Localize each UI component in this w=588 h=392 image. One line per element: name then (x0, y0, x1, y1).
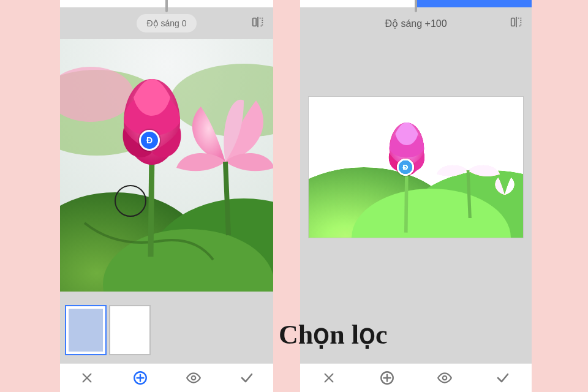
marker-label: Đ (402, 163, 407, 171)
thumbnail-empty[interactable] (109, 305, 151, 355)
svg-line-9 (225, 162, 228, 235)
svg-line-28 (406, 168, 407, 232)
svg-rect-0 (253, 18, 257, 26)
brightness-slider[interactable] (300, 0, 532, 7)
comparison-stage: Độ sáng 0 (0, 0, 588, 392)
overlay-caption: Chọn lọc (279, 318, 387, 350)
slider-thumb[interactable] (165, 0, 168, 12)
eye-icon[interactable] (436, 369, 453, 386)
radius-marker[interactable] (115, 185, 146, 217)
add-circle-icon[interactable] (132, 369, 149, 386)
marker-label: Đ (146, 135, 153, 145)
compare-icon[interactable] (510, 15, 523, 31)
svg-rect-18 (511, 18, 515, 26)
svg-line-27 (468, 170, 470, 218)
brightness-value-label: Độ sáng +100 (385, 18, 447, 29)
compare-icon[interactable] (251, 15, 265, 31)
slider-fill (416, 0, 532, 7)
add-circle-icon[interactable] (379, 369, 396, 386)
svg-point-35 (443, 376, 447, 380)
brightness-slider[interactable] (60, 0, 273, 7)
svg-line-10 (151, 153, 152, 257)
eye-icon[interactable] (185, 369, 202, 386)
thumbnail-tray (65, 305, 151, 358)
header-row: Độ sáng 0 (60, 12, 273, 34)
image-preview[interactable]: Đ (60, 39, 273, 292)
header-row: Độ sáng +100 (300, 12, 532, 34)
brightness-value-chip: Độ sáng 0 (137, 14, 196, 32)
check-icon[interactable] (494, 369, 511, 386)
bottom-toolbar (60, 363, 273, 392)
thumbnail-selected[interactable] (65, 305, 107, 355)
svg-point-17 (191, 376, 195, 380)
check-icon[interactable] (238, 369, 255, 386)
close-icon[interactable] (320, 369, 337, 386)
selective-point-marker[interactable]: Đ (397, 159, 414, 176)
image-preview[interactable]: Đ (309, 97, 523, 238)
editor-panel-left: Độ sáng 0 (60, 0, 273, 392)
slider-thumb[interactable] (415, 0, 417, 12)
selective-point-marker[interactable]: Đ (139, 130, 160, 151)
bottom-toolbar (300, 363, 532, 392)
close-icon[interactable] (78, 369, 96, 386)
